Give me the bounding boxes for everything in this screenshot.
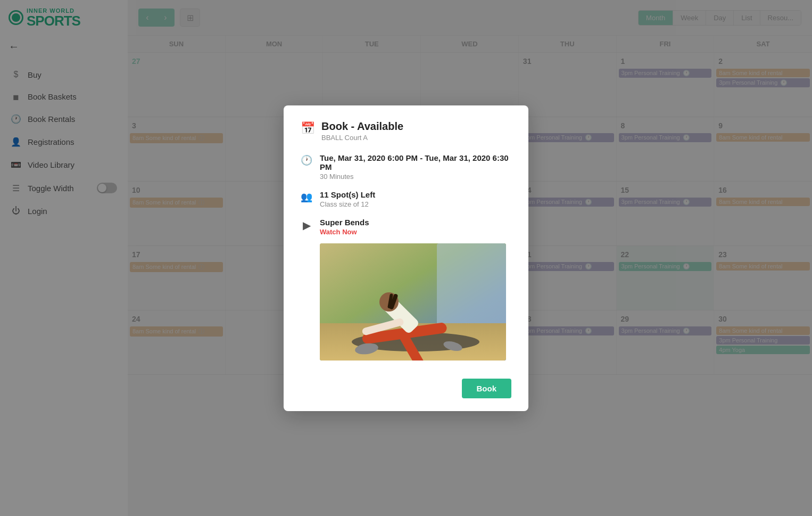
book-button[interactable]: Book: [462, 379, 512, 398]
booking-modal: 📅 Book - Available BBALL Court A 🕐 Tue, …: [284, 105, 528, 411]
modal-class-size: Class size of 12: [320, 200, 375, 208]
modal-video-row: ▶ Super Bends Watch Now: [301, 218, 511, 236]
modal-datetime-row: 🕐 Tue, Mar 31, 2020 6:00 PM - Tue, Mar 3…: [301, 153, 511, 181]
modal-duration: 30 Minutes: [320, 173, 511, 181]
modal-title: Book - Available: [321, 120, 403, 133]
play-icon: ▶: [301, 219, 312, 232]
modal-footer: Book: [301, 371, 511, 398]
watch-now-link[interactable]: Watch Now: [320, 228, 369, 236]
modal-datetime: Tue, Mar 31, 2020 6:00 PM - Tue, Mar 31,…: [320, 153, 511, 171]
modal-header: 📅 Book - Available BBALL Court A: [301, 120, 511, 142]
thumbnail-svg: [320, 243, 506, 361]
modal-spots-row: 👥 11 Spot(s) Left Class size of 12: [301, 190, 511, 208]
modal-spots: 11 Spot(s) Left: [320, 190, 375, 199]
people-icon: 👥: [301, 191, 312, 203]
time-icon: 🕐: [301, 154, 312, 166]
video-thumbnail[interactable]: [320, 243, 506, 361]
modal-overlay[interactable]: 📅 Book - Available BBALL Court A 🕐 Tue, …: [0, 0, 812, 516]
modal-subtitle: BBALL Court A: [321, 134, 403, 142]
modal-video-title: Super Bends: [320, 218, 369, 227]
calendar-icon: 📅: [301, 121, 315, 135]
